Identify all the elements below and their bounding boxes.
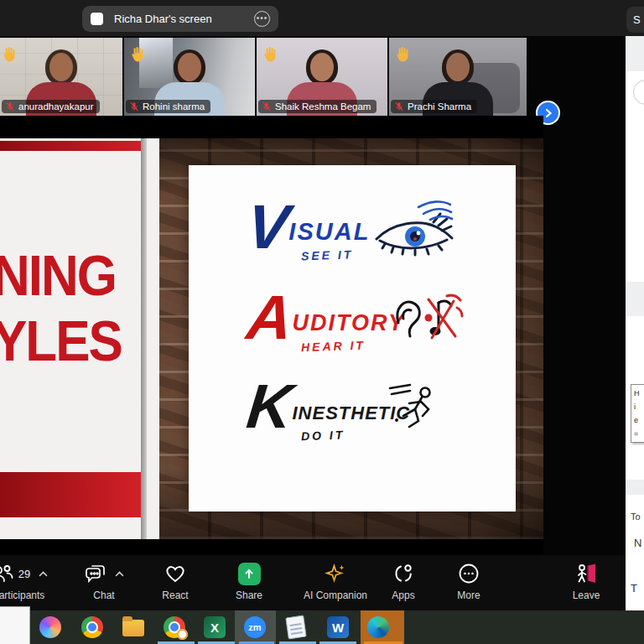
ai-companion-button[interactable]: AI Companion [299, 562, 372, 601]
chrome-profile-badge [177, 629, 188, 640]
participants-count: 29 [18, 568, 30, 580]
muted-mic-icon [5, 101, 15, 112]
background-window-partial-circle [633, 80, 644, 105]
kinesthetic-initial: K [245, 382, 295, 431]
background-window-band [626, 480, 644, 495]
more-label: More [457, 589, 480, 601]
stop-share-label-fragment: S [633, 13, 641, 26]
shared-screen-content: NING YLES VISUAL SEE IT [0, 116, 543, 594]
shared-screen-title: Richa Dhar's screen [114, 13, 212, 25]
taskbar-edge-icon[interactable] [367, 616, 389, 638]
react-label: React [162, 589, 188, 601]
heart-icon [164, 564, 186, 584]
visual-item: VISUAL SEE IT [247, 202, 370, 262]
eye-sketch-icon [371, 197, 455, 261]
participant-name-bar: anuradhayakapur [2, 100, 100, 113]
participant-face [49, 53, 73, 81]
poster-bottom-red-band [0, 472, 143, 517]
auditory-initial: A [245, 293, 295, 342]
video-tile[interactable]: anuradhayakapur [0, 38, 122, 116]
note-fragment: = [634, 429, 638, 438]
react-button[interactable]: React [153, 562, 197, 601]
note-fragment: e [634, 416, 638, 424]
background-note-box: H i e = [631, 384, 644, 443]
learning-styles-sketch-panel: VISUAL SEE IT [189, 165, 516, 512]
note-fragment: i [634, 402, 636, 411]
taskbar-file-explorer-icon[interactable] [122, 616, 144, 638]
chat-button[interactable]: Chat [80, 562, 127, 601]
raised-hand-icon [0, 45, 18, 64]
participant-name-bar: Prachi Sharma [391, 100, 477, 113]
more-button[interactable]: More [447, 562, 491, 601]
participant-name: anuradhayakapur [18, 101, 94, 112]
share-label: Share [236, 589, 262, 601]
participants-button[interactable]: 29 Participants [0, 562, 62, 601]
background-text-fragment: N [634, 537, 641, 549]
participant-name: Rohini sharma [143, 101, 205, 112]
stop-share-button-clipped[interactable]: S [626, 7, 644, 33]
ellipsis-icon[interactable]: ••• [254, 11, 270, 27]
participants-icon [0, 564, 14, 584]
participant-name-bar: Rohini sharma [126, 100, 210, 113]
apps-label: Apps [392, 589, 414, 601]
zoom-glyph: zm [248, 622, 261, 632]
apps-button[interactable]: Apps [382, 562, 425, 601]
taskbar-copilot-icon[interactable] [39, 616, 61, 638]
screen-share-icon [91, 13, 103, 25]
visual-rest: ISUAL [288, 218, 370, 246]
video-tile[interactable]: Prachi Sharma [389, 38, 527, 116]
chat-icon [85, 563, 106, 584]
note-fragment: H [634, 389, 640, 397]
more-ellipsis-icon [458, 563, 480, 584]
raised-hand-icon [128, 45, 147, 64]
ai-sparkle-icon [325, 563, 346, 584]
chevron-up-icon[interactable] [115, 571, 124, 577]
participant-face [310, 53, 334, 81]
muted-mic-icon [129, 101, 139, 112]
chat-label: Chat [93, 589, 114, 601]
poster-title-line2: YLES [0, 311, 122, 369]
participant-name: Prachi Sharma [408, 101, 471, 112]
muted-mic-icon [394, 101, 404, 112]
ear-sketch-icon [387, 293, 464, 348]
auditory-item: AUDITORY HEAR IT [247, 293, 405, 352]
participant-face [446, 53, 470, 81]
learning-styles-poster: NING YLES [0, 138, 159, 539]
participant-face [178, 53, 201, 81]
participant-name-bar: Shaik Reshma Begam [258, 100, 377, 113]
zoom-meeting-screen: Richa Dhar's screen ••• S anuradhayakapu… [0, 0, 644, 644]
raised-hand-icon [393, 45, 412, 64]
chevron-right-icon [543, 108, 553, 118]
shared-screen-pill[interactable]: Richa Dhar's screen ••• [82, 6, 278, 32]
video-tile[interactable]: Shaik Reshma Begam [257, 38, 387, 116]
taskbar-notepad-icon[interactable] [287, 616, 309, 638]
background-window-band [626, 282, 644, 316]
leave-label: Leave [573, 589, 600, 601]
poster-top-red-bar [0, 141, 143, 151]
meeting-toolbar: 29 Participants Chat [0, 555, 626, 610]
taskbar-excel-icon[interactable]: X [204, 616, 226, 638]
zoom-window: anuradhayakapur Rohini sharma Shaik Resh… [0, 36, 626, 610]
participant-name: Shaik Reshma Begam [275, 101, 371, 112]
leave-door-icon [574, 562, 598, 585]
taskbar-zoom-icon[interactable]: zm [244, 616, 266, 638]
taskbar-chrome-profile-icon[interactable] [164, 616, 185, 638]
word-glyph: W [332, 621, 344, 635]
background-text-fragment: To [631, 512, 641, 522]
taskbar-chrome-icon[interactable] [81, 616, 103, 638]
leave-button[interactable]: Leave [564, 562, 609, 601]
poster-title-line1: NING [0, 246, 116, 304]
chevron-up-icon[interactable] [39, 571, 48, 577]
taskbar-word-icon[interactable]: W [327, 616, 349, 638]
muted-mic-icon [262, 101, 272, 112]
background-window-corner [0, 606, 30, 644]
share-button[interactable]: Share [227, 562, 271, 601]
running-figure-sketch-icon [383, 382, 444, 434]
video-tile[interactable]: Rohini sharma [124, 38, 255, 116]
share-screen-icon [238, 563, 261, 585]
background-window-sliver: H i e = To N T [626, 36, 644, 610]
poster-frame-edge [141, 138, 147, 539]
visual-initial: V [245, 202, 292, 252]
participants-label: Participants [0, 589, 44, 601]
background-window-band [626, 36, 644, 71]
